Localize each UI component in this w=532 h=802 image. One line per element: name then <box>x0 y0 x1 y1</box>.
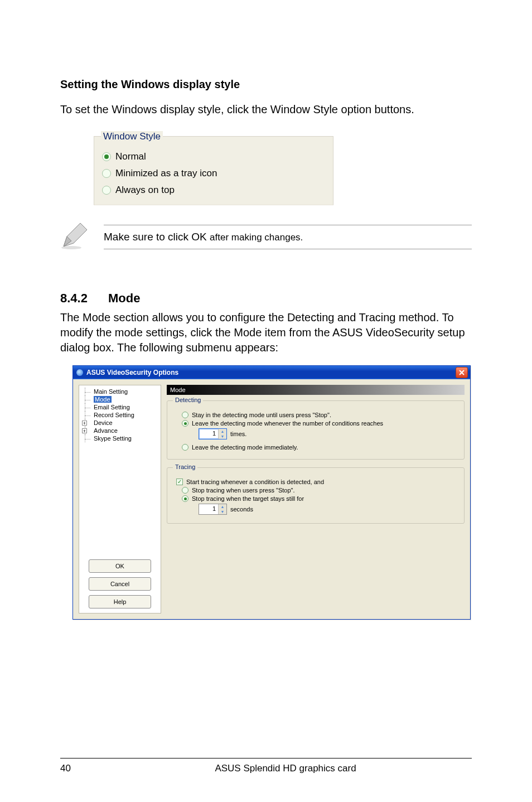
footer-text: ASUS Splendid HD graphics card <box>99 763 472 774</box>
help-button[interactable]: Help <box>89 595 151 608</box>
tracing-legend: Tracing <box>173 463 197 470</box>
times-spinner[interactable]: 1 ▲▼ <box>199 428 227 439</box>
radio-icon <box>182 412 188 418</box>
radio-icon <box>182 487 188 494</box>
radio-icon <box>102 186 111 195</box>
tree-item-record-setting[interactable]: Record Setting <box>80 411 159 419</box>
radio-minimized-tray[interactable]: Minimized as a tray icon <box>102 168 325 179</box>
option-label: Leave the detecting mode whenever the nu… <box>192 420 383 427</box>
spinner-buttons[interactable]: ▲▼ <box>218 504 226 514</box>
svg-point-2 <box>61 246 81 249</box>
intro-paragraph: To set the Windows display style, click … <box>60 102 472 117</box>
tree-item-main-setting[interactable]: Main Setting <box>80 388 159 395</box>
tracing-opt-stop-still[interactable]: Stop tracing when the target stays still… <box>174 495 457 502</box>
seconds-suffix: seconds <box>230 506 253 513</box>
checkbox-icon: ✓ <box>176 479 183 485</box>
radio-icon <box>102 169 111 178</box>
note-text: Make sure to click OK after making chang… <box>104 225 472 249</box>
tree-item-skype-setting[interactable]: Skype Setting <box>80 434 159 442</box>
note-prefix: Make sure to click OK <box>104 231 210 243</box>
content-header: Mode <box>167 385 465 395</box>
cancel-button[interactable]: Cancel <box>89 577 151 591</box>
radio-always-on-top[interactable]: Always on top <box>102 185 325 196</box>
radio-label: Always on top <box>115 185 175 196</box>
tree-item-mode[interactable]: Mode <box>80 395 159 403</box>
seconds-spinner[interactable]: 1 ▲▼ <box>199 504 227 515</box>
section-number: 8.4.2 <box>60 291 108 306</box>
dialog-title: ASUS VideoSecurity Options <box>86 369 178 376</box>
app-icon <box>76 369 83 376</box>
note-row: Make sure to click OK after making chang… <box>60 222 472 252</box>
radio-label: Minimized as a tray icon <box>115 168 217 179</box>
tracing-seconds-row: 1 ▲▼ seconds <box>174 504 457 515</box>
tracing-opt-stop-press[interactable]: Stop tracing when users press "Stop". <box>174 487 457 494</box>
detecting-opt-leave-immediately[interactable]: Leave the detecting mode immediately. <box>174 444 457 451</box>
radio-icon <box>182 495 188 502</box>
times-suffix: times. <box>230 431 246 437</box>
detecting-opt-leave-count[interactable]: Leave the detecting mode whenever the nu… <box>174 420 457 427</box>
spinner-value: 1 <box>199 504 218 514</box>
radio-icon <box>102 152 111 161</box>
content-pane: Mode Detecting Stay in the detecting mod… <box>167 385 465 613</box>
window-style-groupbox: Window Style Normal Minimized as a tray … <box>94 136 333 205</box>
radio-icon <box>182 444 188 451</box>
tree-item-email-setting[interactable]: Email Setting <box>80 403 159 411</box>
option-label: Stay in the detecting mode until users p… <box>192 412 331 418</box>
ok-button[interactable]: OK <box>89 559 151 573</box>
close-button[interactable] <box>456 367 468 378</box>
option-label: Stop tracing when users press "Stop". <box>192 487 295 494</box>
tracing-start-checkbox-row[interactable]: ✓ Start tracing whenever a condition is … <box>174 479 457 485</box>
section-title: Mode <box>108 291 140 305</box>
detecting-groupbox: Detecting Stay in the detecting mode unt… <box>167 400 465 460</box>
videosecurity-options-dialog: ASUS VideoSecurity Options Main Setting … <box>72 365 471 620</box>
heading-set-window-style: Setting the Windows display style <box>60 78 472 91</box>
dialog-titlebar: ASUS VideoSecurity Options <box>73 366 470 379</box>
page-number: 40 <box>60 763 99 774</box>
page-footer: 40 ASUS Splendid HD graphics card <box>60 758 472 774</box>
tree-item-advance[interactable]: +Advance <box>80 427 159 434</box>
detecting-times-row: 1 ▲▼ times. <box>174 428 457 439</box>
checkbox-label: Start tracing whenever a condition is de… <box>186 479 324 485</box>
section-body: The Mode section allows you to configure… <box>60 310 472 355</box>
radio-normal[interactable]: Normal <box>102 151 325 162</box>
spinner-value: 1 <box>199 429 218 439</box>
note-suffix: after making changes. <box>210 232 303 243</box>
option-label: Leave the detecting mode immediately. <box>192 444 298 451</box>
detecting-legend: Detecting <box>173 397 203 403</box>
expand-icon[interactable]: + <box>82 421 87 426</box>
window-style-legend: Window Style <box>101 131 163 142</box>
detecting-opt-stay[interactable]: Stay in the detecting mode until users p… <box>174 412 457 418</box>
settings-tree[interactable]: Main Setting Mode Email Setting Record S… <box>79 385 161 613</box>
option-label: Stop tracing when the target stays still… <box>192 495 304 502</box>
radio-label: Normal <box>115 151 146 162</box>
expand-icon[interactable]: + <box>82 428 87 433</box>
radio-icon <box>182 420 188 427</box>
spinner-buttons[interactable]: ▲▼ <box>218 429 226 439</box>
section-heading-842: 8.4.2Mode <box>60 291 472 306</box>
pencil-icon <box>60 222 88 252</box>
tracing-groupbox: Tracing ✓ Start tracing whenever a condi… <box>167 467 465 524</box>
tree-item-device[interactable]: +Device <box>80 419 159 427</box>
